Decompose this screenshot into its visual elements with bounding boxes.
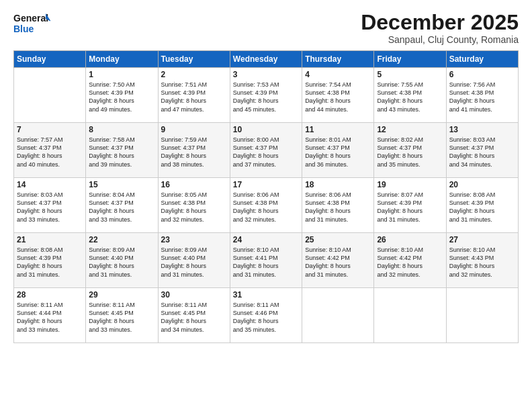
- day-number-21: 21: [17, 235, 83, 244]
- day-cell-20: 20Sunrise: 8:08 AM Sunset: 4:39 PM Dayli…: [446, 178, 518, 233]
- day-cell-4: 4Sunrise: 7:54 AM Sunset: 4:38 PM Daylig…: [302, 68, 374, 123]
- weekday-header-tuesday: Tuesday: [158, 51, 230, 68]
- day-number-22: 22: [89, 235, 154, 244]
- day-info-27: Sunrise: 8:10 AM Sunset: 4:43 PM Dayligh…: [449, 246, 515, 279]
- empty-cell: [446, 288, 518, 343]
- day-number-2: 2: [161, 70, 227, 79]
- day-number-6: 6: [449, 70, 515, 79]
- day-number-1: 1: [89, 70, 154, 79]
- day-number-24: 24: [233, 235, 299, 244]
- day-cell-16: 16Sunrise: 8:05 AM Sunset: 4:38 PM Dayli…: [158, 178, 230, 233]
- subtitle: Sanpaul, Cluj County, Romania: [361, 34, 519, 45]
- day-info-2: Sunrise: 7:51 AM Sunset: 4:39 PM Dayligh…: [161, 81, 227, 113]
- day-number-7: 7: [17, 125, 83, 134]
- logo: General Blue: [13, 11, 50, 36]
- day-info-1: Sunrise: 7:50 AM Sunset: 4:39 PM Dayligh…: [89, 81, 154, 113]
- day-number-10: 10: [233, 125, 299, 134]
- day-number-15: 15: [89, 180, 154, 189]
- day-number-14: 14: [17, 180, 83, 189]
- day-info-16: Sunrise: 8:05 AM Sunset: 4:38 PM Dayligh…: [161, 191, 227, 224]
- day-info-29: Sunrise: 8:11 AM Sunset: 4:45 PM Dayligh…: [89, 301, 154, 334]
- day-cell-2: 2Sunrise: 7:51 AM Sunset: 4:39 PM Daylig…: [158, 68, 230, 123]
- day-info-24: Sunrise: 8:10 AM Sunset: 4:41 PM Dayligh…: [233, 246, 299, 279]
- day-cell-29: 29Sunrise: 8:11 AM Sunset: 4:45 PM Dayli…: [86, 288, 158, 343]
- day-number-18: 18: [305, 180, 371, 189]
- day-number-16: 16: [161, 180, 227, 189]
- logo-blue: Blue: [13, 24, 34, 34]
- week-row-5: 28Sunrise: 8:11 AM Sunset: 4:44 PM Dayli…: [14, 288, 519, 343]
- day-info-11: Sunrise: 8:01 AM Sunset: 4:37 PM Dayligh…: [305, 136, 371, 169]
- weekday-header-row: SundayMondayTuesdayWednesdayThursdayFrid…: [14, 51, 519, 68]
- day-cell-19: 19Sunrise: 8:07 AM Sunset: 4:39 PM Dayli…: [374, 178, 446, 233]
- day-cell-28: 28Sunrise: 8:11 AM Sunset: 4:44 PM Dayli…: [14, 288, 86, 343]
- day-cell-18: 18Sunrise: 8:06 AM Sunset: 4:38 PM Dayli…: [302, 178, 374, 233]
- day-info-19: Sunrise: 8:07 AM Sunset: 4:39 PM Dayligh…: [377, 191, 443, 224]
- header: General Blue December 2025 Sanpaul, Cluj…: [13, 11, 519, 45]
- day-number-13: 13: [449, 125, 515, 134]
- day-info-21: Sunrise: 8:08 AM Sunset: 4:39 PM Dayligh…: [17, 246, 83, 279]
- day-cell-5: 5Sunrise: 7:55 AM Sunset: 4:38 PM Daylig…: [374, 68, 446, 123]
- day-number-30: 30: [161, 290, 227, 300]
- day-cell-14: 14Sunrise: 8:03 AM Sunset: 4:37 PM Dayli…: [14, 178, 86, 233]
- day-number-31: 31: [233, 290, 299, 300]
- day-info-7: Sunrise: 7:57 AM Sunset: 4:37 PM Dayligh…: [17, 136, 83, 169]
- day-cell-24: 24Sunrise: 8:10 AM Sunset: 4:41 PM Dayli…: [230, 233, 302, 288]
- empty-cell: [302, 288, 374, 343]
- day-info-18: Sunrise: 8:06 AM Sunset: 4:38 PM Dayligh…: [305, 191, 371, 224]
- calendar-table: SundayMondayTuesdayWednesdayThursdayFrid…: [13, 50, 519, 343]
- day-number-11: 11: [305, 125, 371, 134]
- day-cell-1: 1Sunrise: 7:50 AM Sunset: 4:39 PM Daylig…: [86, 68, 158, 123]
- day-info-20: Sunrise: 8:08 AM Sunset: 4:39 PM Dayligh…: [449, 191, 515, 224]
- day-number-27: 27: [449, 235, 515, 244]
- logo-general: General: [13, 13, 48, 24]
- day-cell-31: 31Sunrise: 8:11 AM Sunset: 4:46 PM Dayli…: [230, 288, 302, 343]
- day-info-30: Sunrise: 8:11 AM Sunset: 4:45 PM Dayligh…: [161, 301, 227, 334]
- day-info-9: Sunrise: 7:59 AM Sunset: 4:37 PM Dayligh…: [161, 136, 227, 169]
- day-number-28: 28: [17, 290, 83, 300]
- day-cell-10: 10Sunrise: 8:00 AM Sunset: 4:37 PM Dayli…: [230, 123, 302, 178]
- empty-cell: [14, 68, 86, 123]
- day-info-28: Sunrise: 8:11 AM Sunset: 4:44 PM Dayligh…: [17, 301, 83, 334]
- day-info-23: Sunrise: 8:09 AM Sunset: 4:40 PM Dayligh…: [161, 246, 227, 279]
- day-number-20: 20: [449, 180, 515, 189]
- day-cell-3: 3Sunrise: 7:53 AM Sunset: 4:39 PM Daylig…: [230, 68, 302, 123]
- day-cell-23: 23Sunrise: 8:09 AM Sunset: 4:40 PM Dayli…: [158, 233, 230, 288]
- day-number-17: 17: [233, 180, 299, 189]
- day-cell-6: 6Sunrise: 7:56 AM Sunset: 4:38 PM Daylig…: [446, 68, 518, 123]
- week-row-4: 21Sunrise: 8:08 AM Sunset: 4:39 PM Dayli…: [14, 233, 519, 288]
- logo-svg: General Blue: [13, 11, 50, 36]
- week-row-2: 7Sunrise: 7:57 AM Sunset: 4:37 PM Daylig…: [14, 123, 519, 178]
- day-info-31: Sunrise: 8:11 AM Sunset: 4:46 PM Dayligh…: [233, 301, 299, 334]
- day-cell-7: 7Sunrise: 7:57 AM Sunset: 4:37 PM Daylig…: [14, 123, 86, 178]
- page: General Blue December 2025 Sanpaul, Cluj…: [0, 0, 532, 411]
- day-info-3: Sunrise: 7:53 AM Sunset: 4:39 PM Dayligh…: [233, 81, 299, 113]
- week-row-3: 14Sunrise: 8:03 AM Sunset: 4:37 PM Dayli…: [14, 178, 519, 233]
- weekday-header-thursday: Thursday: [302, 51, 374, 68]
- day-number-9: 9: [161, 125, 227, 134]
- weekday-header-friday: Friday: [374, 51, 446, 68]
- day-info-8: Sunrise: 7:58 AM Sunset: 4:37 PM Dayligh…: [89, 136, 154, 169]
- day-info-22: Sunrise: 8:09 AM Sunset: 4:40 PM Dayligh…: [89, 246, 154, 279]
- day-number-4: 4: [305, 70, 371, 79]
- day-cell-25: 25Sunrise: 8:10 AM Sunset: 4:42 PM Dayli…: [302, 233, 374, 288]
- day-info-5: Sunrise: 7:55 AM Sunset: 4:38 PM Dayligh…: [377, 81, 443, 113]
- day-cell-30: 30Sunrise: 8:11 AM Sunset: 4:45 PM Dayli…: [158, 288, 230, 343]
- day-number-23: 23: [161, 235, 227, 244]
- day-cell-12: 12Sunrise: 8:02 AM Sunset: 4:37 PM Dayli…: [374, 123, 446, 178]
- day-number-12: 12: [377, 125, 443, 134]
- day-number-25: 25: [305, 235, 371, 244]
- day-info-12: Sunrise: 8:02 AM Sunset: 4:37 PM Dayligh…: [377, 136, 443, 169]
- day-cell-27: 27Sunrise: 8:10 AM Sunset: 4:43 PM Dayli…: [446, 233, 518, 288]
- day-cell-22: 22Sunrise: 8:09 AM Sunset: 4:40 PM Dayli…: [86, 233, 158, 288]
- week-row-1: 1Sunrise: 7:50 AM Sunset: 4:39 PM Daylig…: [14, 68, 519, 123]
- day-number-19: 19: [377, 180, 443, 189]
- empty-cell: [374, 288, 446, 343]
- title-block: December 2025 Sanpaul, Cluj County, Roma…: [361, 11, 519, 45]
- day-cell-26: 26Sunrise: 8:10 AM Sunset: 4:42 PM Dayli…: [374, 233, 446, 288]
- day-cell-9: 9Sunrise: 7:59 AM Sunset: 4:37 PM Daylig…: [158, 123, 230, 178]
- day-number-8: 8: [89, 125, 154, 134]
- day-number-29: 29: [89, 290, 154, 300]
- day-info-14: Sunrise: 8:03 AM Sunset: 4:37 PM Dayligh…: [17, 191, 83, 224]
- day-cell-13: 13Sunrise: 8:03 AM Sunset: 4:37 PM Dayli…: [446, 123, 518, 178]
- day-info-15: Sunrise: 8:04 AM Sunset: 4:37 PM Dayligh…: [89, 191, 154, 224]
